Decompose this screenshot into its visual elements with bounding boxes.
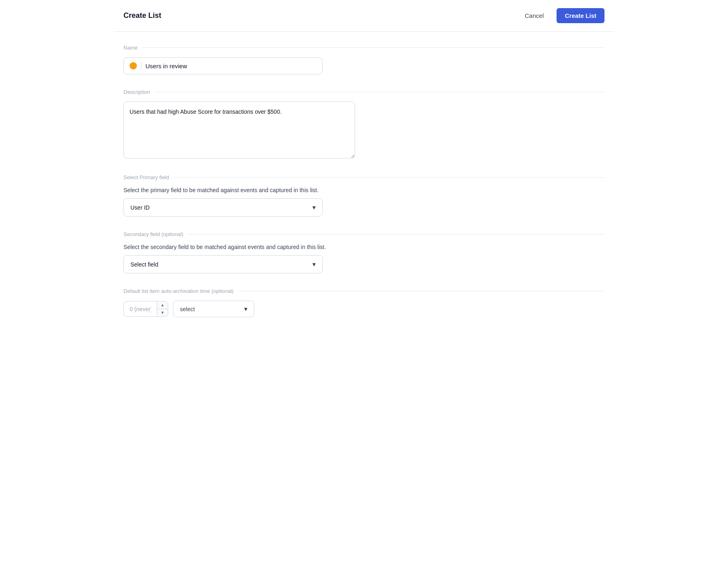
primary-field-divider	[174, 177, 604, 178]
name-input-wrapper	[124, 57, 323, 74]
secondary-field-divider	[188, 234, 604, 234]
name-section-header: Name	[124, 45, 604, 51]
primary-field-chevron-icon: ▾	[312, 204, 316, 211]
archivation-section: Default list item auto-archivation time …	[124, 288, 604, 317]
description-section: Description Users that had high Abuse Sc…	[124, 89, 604, 160]
secondary-field-dropdown[interactable]: Select field ▾	[124, 255, 323, 273]
name-section: Name	[124, 45, 604, 74]
time-unit-placeholder: select	[180, 306, 195, 312]
create-list-button[interactable]: Create List	[557, 8, 604, 23]
secondary-field-section: Secondary field (optional) Select the se…	[124, 231, 604, 273]
archivation-row: ▲ ▼ select ▾	[124, 301, 604, 317]
name-divider	[141, 62, 141, 70]
time-unit-dropdown[interactable]: select ▾	[173, 301, 254, 317]
secondary-field-description: Select the secondary field to be matched…	[124, 244, 604, 250]
header-actions: Cancel Create List	[518, 8, 604, 23]
secondary-field-title: Secondary field (optional)	[124, 231, 183, 237]
cancel-button[interactable]: Cancel	[518, 9, 550, 22]
primary-field-section-header: Select Primary field	[124, 174, 604, 180]
description-textarea[interactable]: Users that had high Abuse Score for tran…	[124, 102, 355, 158]
secondary-field-placeholder: Select field	[130, 261, 158, 268]
name-section-title: Name	[124, 45, 138, 51]
stepper-buttons: ▲ ▼	[157, 301, 168, 316]
archivation-section-title: Default list item auto-archivation time …	[124, 288, 234, 294]
description-section-header: Description	[124, 89, 604, 95]
name-input[interactable]	[145, 63, 316, 69]
archivation-section-header: Default list item auto-archivation time …	[124, 288, 604, 294]
stepper-down-button[interactable]: ▼	[157, 309, 168, 316]
name-section-divider	[143, 48, 604, 48]
number-stepper-input[interactable]	[124, 302, 157, 316]
number-stepper-wrapper: ▲ ▼	[124, 301, 168, 317]
secondary-field-chevron-icon: ▾	[312, 260, 316, 268]
description-section-divider	[155, 92, 604, 92]
primary-field-title: Select Primary field	[124, 174, 169, 180]
color-dot[interactable]	[130, 62, 137, 69]
stepper-up-button[interactable]: ▲	[157, 301, 168, 309]
primary-field-dropdown[interactable]: User ID ▾	[124, 198, 323, 217]
time-unit-chevron-icon: ▾	[244, 305, 247, 313]
description-section-title: Description	[124, 89, 150, 95]
page-header: Create List Cancel Create List	[114, 0, 614, 32]
form-content: Name Description Users that had high Abu…	[114, 32, 614, 345]
primary-field-value: User ID	[130, 204, 150, 211]
primary-field-section: Select Primary field Select the primary …	[124, 174, 604, 217]
primary-field-description: Select the primary field to be matched a…	[124, 187, 604, 193]
archivation-section-divider	[238, 291, 604, 291]
page-title: Create List	[124, 11, 161, 20]
secondary-field-section-header: Secondary field (optional)	[124, 231, 604, 237]
